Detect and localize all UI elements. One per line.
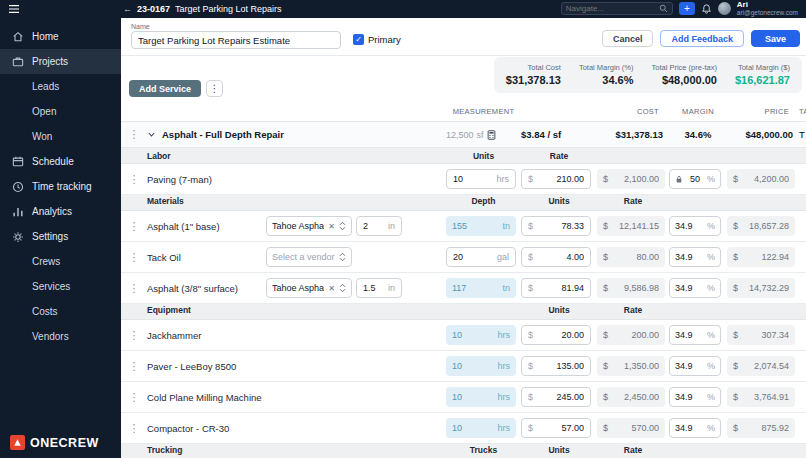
rate-input[interactable]: $20.00 xyxy=(521,325,591,345)
price-value: $122.94 xyxy=(727,247,795,267)
drag-handle-icon[interactable]: ⋮ xyxy=(121,128,147,141)
service-measurement[interactable]: 12,500 sf xyxy=(446,130,521,140)
table-row: ⋮ Compactor - CR-30 10hrs $57.00 $570.00… xyxy=(121,413,806,444)
drag-handle-icon[interactable]: ⋮ xyxy=(121,422,147,435)
calculator-icon[interactable] xyxy=(487,130,496,140)
back-arrow-icon[interactable]: ← xyxy=(123,4,132,14)
margin-input[interactable]: 34.9% xyxy=(669,247,721,267)
briefcase-icon xyxy=(12,56,24,67)
rate-input[interactable]: $245.00 xyxy=(521,387,591,407)
sidebar-item-home[interactable]: Home xyxy=(0,24,121,49)
col-margin: MARGIN xyxy=(669,107,727,116)
sidebar-label: Analytics xyxy=(32,206,72,217)
sidebar-item-settings[interactable]: Settings xyxy=(0,224,121,249)
sidebar-item-vendors[interactable]: Vendors xyxy=(0,324,121,349)
cost-value: $2,450.00 xyxy=(597,387,665,407)
avatar[interactable] xyxy=(718,2,731,15)
sidebar-item-costs[interactable]: Costs xyxy=(0,299,121,324)
price-value: $4,200.00 xyxy=(727,169,795,189)
price-value: $3,764.91 xyxy=(727,387,795,407)
price-value: $307.34 xyxy=(727,325,795,345)
depth-input[interactable]: 2in xyxy=(356,216,402,236)
logo-icon xyxy=(10,435,25,450)
vendor-select[interactable]: Tahoe Asphalt ✕ xyxy=(266,216,352,236)
lock-icon[interactable] xyxy=(675,175,683,184)
hamburger-menu-icon[interactable] xyxy=(8,4,20,14)
depth-input[interactable]: 1.5in xyxy=(356,278,402,298)
rate-input[interactable]: $135.00 xyxy=(521,356,591,376)
bell-icon[interactable] xyxy=(701,3,712,15)
sidebar-item-won[interactable]: Won xyxy=(0,124,121,149)
table-row: ⋮ Tack Oil Select a vendor 20gal $4.00 $… xyxy=(121,242,806,273)
rate-input[interactable]: $78.33 xyxy=(521,216,591,236)
units-input[interactable]: 20gal xyxy=(446,247,516,267)
chevron-down-icon[interactable] xyxy=(147,130,156,139)
add-button[interactable]: + xyxy=(679,2,695,15)
primary-checkbox[interactable]: ✓ Primary xyxy=(353,34,401,45)
margin-input[interactable]: 34.9% xyxy=(669,387,721,407)
units-computed: 10hrs xyxy=(446,356,516,376)
item-label: Jackhammer xyxy=(147,330,266,341)
header-actions: Cancel Add Feedback Save xyxy=(602,30,800,47)
sidebar-item-projects[interactable]: Projects xyxy=(0,49,121,74)
navigate-search[interactable] xyxy=(561,2,673,15)
drag-handle-icon[interactable]: ⋮ xyxy=(121,391,147,404)
clear-vendor-icon[interactable]: ✕ xyxy=(328,284,335,293)
sidebar-item-schedule[interactable]: Schedule xyxy=(0,149,121,174)
logo-text: ONECREW xyxy=(30,436,99,450)
project-title: Target Parking Lot Repairs xyxy=(175,4,282,14)
drag-handle-icon[interactable]: ⋮ xyxy=(121,329,147,342)
margin-input[interactable]: 50% xyxy=(669,169,721,189)
sidebar-item-analytics[interactable]: Analytics xyxy=(0,199,121,224)
item-label: Asphalt (3/8" surface) xyxy=(147,283,266,294)
rate-input[interactable]: $4.00 xyxy=(521,247,591,267)
save-button[interactable]: Save xyxy=(751,30,800,47)
margin-input[interactable]: 34.9% xyxy=(669,278,721,298)
rate-input[interactable]: $57.00 xyxy=(521,418,591,438)
units-computed: 10hrs xyxy=(446,418,516,438)
add-feedback-button[interactable]: Add Feedback xyxy=(660,30,744,47)
drag-handle-icon[interactable]: ⋮ xyxy=(121,220,147,233)
vendor-select[interactable]: Select a vendor xyxy=(266,247,352,267)
service-cost: $31,378.13 xyxy=(597,129,669,140)
select-stepper-icon xyxy=(339,252,346,262)
clear-vendor-icon[interactable]: ✕ xyxy=(328,222,335,231)
rate-input[interactable]: $210.00 xyxy=(521,169,591,189)
drag-handle-icon[interactable]: ⋮ xyxy=(121,282,147,295)
sidebar-label: Time tracking xyxy=(32,181,92,192)
col-measurement: MEASUREMENT xyxy=(446,107,521,116)
add-service-button[interactable]: Add Service xyxy=(129,80,201,97)
section-header-trucking: Trucking Trucks Units Rate xyxy=(121,444,806,458)
price-value: $14,732.29 xyxy=(727,278,795,298)
stat-total-margin-pct: Total Margin (%) 34.6% xyxy=(579,63,634,86)
checkbox-check-icon[interactable]: ✓ xyxy=(353,34,364,45)
service-name-cell[interactable]: Asphalt - Full Depth Repair xyxy=(147,129,446,140)
sidebar-item-crews[interactable]: Crews xyxy=(0,249,121,274)
summary-stats: Total Cost $31,378.13 Total Margin (%) 3… xyxy=(494,57,802,93)
cost-value: $570.00 xyxy=(597,418,665,438)
user-info[interactable]: Ari ari@getonecrew.com xyxy=(737,1,798,16)
item-label: Compactor - CR-30 xyxy=(147,423,266,434)
toolbar: Add Service ⋮ Total Cost $31,378.13 Tota… xyxy=(121,56,806,102)
rate-input[interactable]: $81.94 xyxy=(521,278,591,298)
estimate-name-input[interactable] xyxy=(131,31,341,49)
sidebar-item-services[interactable]: Services xyxy=(0,274,121,299)
col-tax: TAX xyxy=(799,107,806,116)
cancel-button[interactable]: Cancel xyxy=(602,30,654,47)
search-input[interactable] xyxy=(566,4,656,13)
sidebar-item-open[interactable]: Open xyxy=(0,99,121,124)
vendor-select[interactable]: Tahoe Asphalt ✕ xyxy=(266,278,352,298)
margin-input[interactable]: 34.9% xyxy=(669,418,721,438)
sidebar-item-leads[interactable]: Leads xyxy=(0,74,121,99)
drag-handle-icon[interactable]: ⋮ xyxy=(121,173,147,186)
margin-input[interactable]: 34.9% xyxy=(669,216,721,236)
margin-input[interactable]: 34.9% xyxy=(669,356,721,376)
gear-icon xyxy=(12,231,24,243)
units-input[interactable]: 10hrs xyxy=(446,169,516,189)
kebab-menu-button[interactable]: ⋮ xyxy=(206,80,223,97)
margin-input[interactable]: 34.9% xyxy=(669,325,721,345)
select-stepper-icon xyxy=(339,283,346,293)
sidebar-item-time-tracking[interactable]: Time tracking xyxy=(0,174,121,199)
drag-handle-icon[interactable]: ⋮ xyxy=(121,360,147,373)
drag-handle-icon[interactable]: ⋮ xyxy=(121,251,147,264)
